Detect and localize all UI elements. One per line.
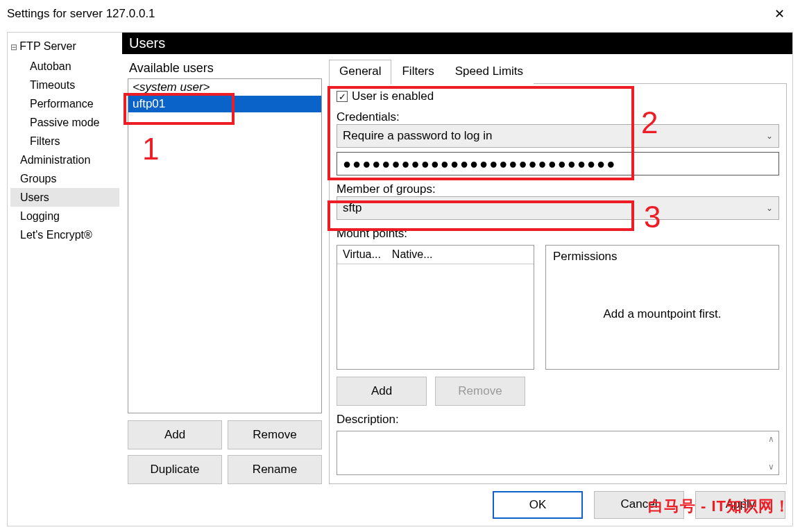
tab-general[interactable]: General <box>329 60 391 84</box>
available-users-label: Available users <box>129 61 322 76</box>
tree-administration[interactable]: Administration <box>10 151 119 169</box>
tree-groups[interactable]: Groups <box>10 169 119 188</box>
tree-ftp-server[interactable]: FTP Server <box>10 37 119 57</box>
dialog-footer: OK Cancel Apply <box>122 484 792 526</box>
credentials-mode-select[interactable]: Require a password to log in ⌄ <box>337 124 779 148</box>
tree-lets-encrypt[interactable]: Let's Encrypt® <box>10 225 119 244</box>
users-list[interactable]: <system user> uftp01 <box>128 78 322 413</box>
permissions-panel: Permissions Add a mountpoint first. <box>545 245 779 370</box>
member-of-groups-label: Member of groups: <box>337 182 779 196</box>
tree-timeouts[interactable]: Timeouts <box>10 76 119 94</box>
cancel-button[interactable]: Cancel <box>594 491 684 519</box>
tree-filters[interactable]: Filters <box>10 132 119 151</box>
tree-users[interactable]: Users <box>10 188 119 207</box>
chevron-down-icon: ⌄ <box>766 203 773 213</box>
chevron-down-icon: ⌄ <box>766 131 773 141</box>
tree-autoban[interactable]: Autoban <box>10 57 119 76</box>
permissions-empty-text: Add a mountpoint first. <box>553 264 772 365</box>
user-enabled-checkbox[interactable]: ✓ User is enabled <box>337 89 779 103</box>
users-add-button[interactable]: Add <box>128 420 222 449</box>
credentials-label: Credentials: <box>337 110 779 124</box>
tree-passive-mode[interactable]: Passive mode <box>10 113 119 132</box>
window-title: Settings for server 127.0.0.1 <box>7 7 155 21</box>
user-uftp01[interactable]: uftp01 <box>128 96 321 112</box>
mount-col-virtual[interactable]: Virtua... <box>337 246 386 264</box>
tabs: General Filters Speed Limits <box>329 60 787 84</box>
mount-remove-button: Remove <box>435 377 525 406</box>
user-enabled-label: User is enabled <box>352 89 434 103</box>
right-panel: Users Available users <system user> uftp… <box>122 33 792 526</box>
mount-col-native[interactable]: Native... <box>386 246 439 264</box>
section-title: Users <box>122 33 792 54</box>
users-remove-button[interactable]: Remove <box>228 420 322 449</box>
title-bar: Settings for server 127.0.0.1 ✕ <box>0 0 800 28</box>
users-duplicate-button[interactable]: Duplicate <box>128 455 222 484</box>
tree-performance[interactable]: Performance <box>10 94 119 113</box>
description-textarea[interactable]: ∧∨ <box>337 431 779 475</box>
user-system[interactable]: <system user> <box>128 79 321 96</box>
tree-logging[interactable]: Logging <box>10 207 119 225</box>
check-icon: ✓ <box>337 91 348 102</box>
tab-speed-limits[interactable]: Speed Limits <box>445 60 534 84</box>
detail-column: General Filters Speed Limits ✓ User is e… <box>329 60 787 484</box>
close-icon[interactable]: ✕ <box>767 2 792 26</box>
mount-add-button[interactable]: Add <box>337 377 427 406</box>
users-rename-button[interactable]: Rename <box>228 455 322 484</box>
password-input[interactable]: ●●●●●●●●●●●●●●●●●●●●●●●●●●●● <box>337 152 779 175</box>
tab-filters[interactable]: Filters <box>391 60 444 84</box>
users-column: Available users <system user> uftp01 Add… <box>128 60 322 484</box>
apply-button[interactable]: Apply <box>695 491 785 519</box>
nav-tree: FTP Server Autoban Timeouts Performance … <box>8 33 122 526</box>
permissions-label: Permissions <box>553 250 772 264</box>
tab-general-body: ✓ User is enabled Credentials: Require a… <box>329 84 787 484</box>
ok-button[interactable]: OK <box>493 491 583 519</box>
mount-points-table[interactable]: Virtua... Native... <box>337 245 534 370</box>
mount-points-label: Mount points: <box>337 227 779 241</box>
description-label: Description: <box>337 413 779 427</box>
scrollbar[interactable]: ∧∨ <box>765 434 777 472</box>
groups-select[interactable]: sftp ⌄ <box>337 196 779 220</box>
dialog-body: FTP Server Autoban Timeouts Performance … <box>7 32 793 526</box>
